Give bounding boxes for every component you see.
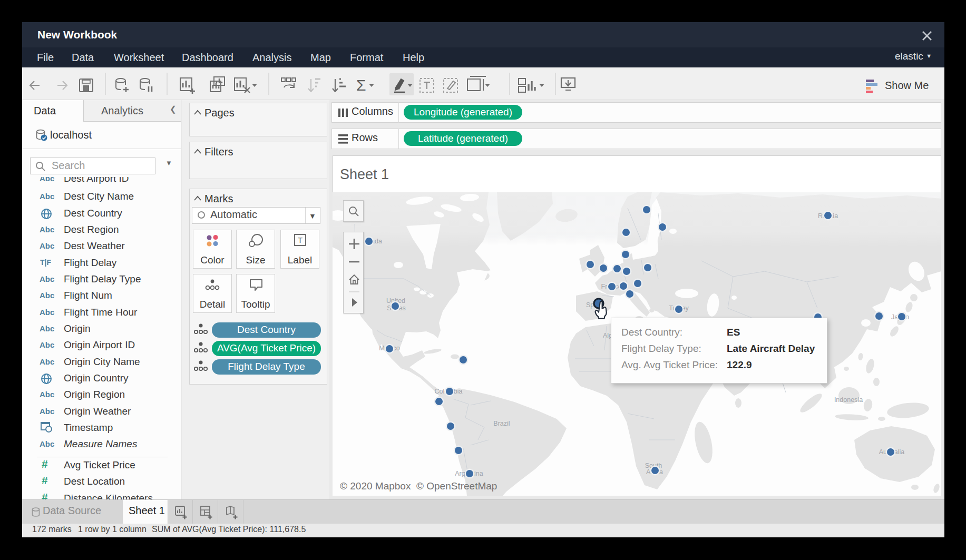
svg-text:Show Me: Show Me: [885, 80, 929, 91]
svg-text:T: T: [298, 235, 303, 244]
svg-text:Indonesia: Indonesia: [834, 396, 863, 404]
svg-text:Σ: Σ: [356, 76, 366, 94]
svg-text:Brazil: Brazil: [493, 420, 510, 427]
